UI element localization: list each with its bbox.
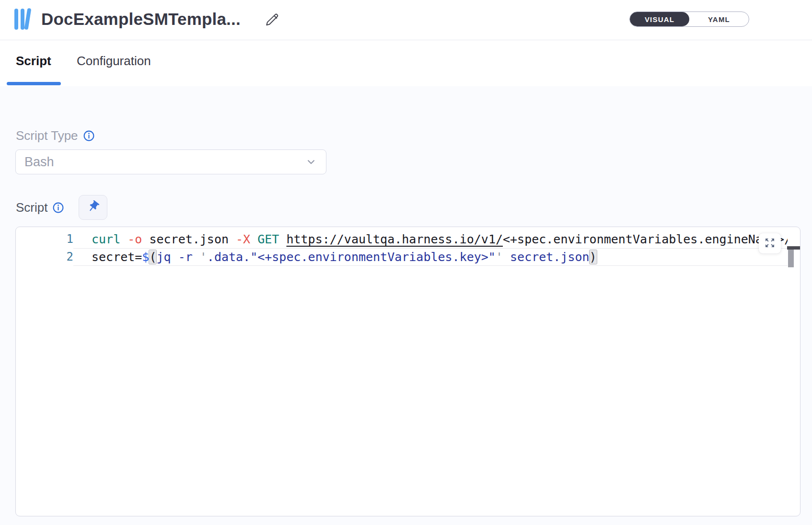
- pin-button[interactable]: [79, 195, 107, 220]
- script-field-label: Script: [16, 200, 64, 215]
- script-panel: Script Type Bash Script: [0, 86, 812, 525]
- script-label: Script: [16, 200, 47, 215]
- toggle-yaml[interactable]: YAML: [689, 12, 749, 26]
- code-line-content[interactable]: secret=$(jq -r '.data."<+spec.environmen…: [73, 248, 788, 266]
- line-number: 1: [16, 230, 73, 248]
- toggle-visual[interactable]: VISUAL: [630, 12, 689, 26]
- line-number: 2: [16, 248, 73, 266]
- template-library-icon: [14, 8, 36, 31]
- overview-ruler-cursor-mark: [787, 246, 800, 250]
- pencil-icon: [265, 22, 281, 29]
- code-line[interactable]: 1curl -o secret.json -X GET https://vaul…: [16, 230, 800, 248]
- info-icon[interactable]: [52, 202, 64, 214]
- script-type-select[interactable]: Bash: [15, 149, 326, 174]
- code-line-content[interactable]: curl -o secret.json -X GET https://vault…: [73, 230, 788, 248]
- visual-yaml-toggle: VISUAL YAML: [629, 11, 749, 27]
- header: DocExampleSMTempla... VISUAL YAML: [0, 0, 812, 40]
- pushpin-icon: [86, 200, 100, 216]
- script-type-value: Bash: [24, 155, 305, 170]
- tab-script[interactable]: Script: [16, 54, 51, 68]
- chevron-down-icon: [305, 156, 317, 168]
- script-editor[interactable]: 1curl -o secret.json -X GET https://vaul…: [15, 227, 800, 516]
- script-type-field-label: Script Type: [16, 128, 95, 143]
- code-line[interactable]: 2secret=$(jq -r '.data."<+spec.environme…: [16, 248, 800, 266]
- edit-title-button[interactable]: [263, 11, 282, 30]
- vertical-scrollbar-thumb[interactable]: [788, 250, 794, 267]
- expand-editor-button[interactable]: [759, 233, 781, 253]
- code-lines: 1curl -o secret.json -X GET https://vaul…: [16, 230, 800, 266]
- tab-bar: Script Configuration: [0, 40, 812, 86]
- tab-configuration[interactable]: Configuration: [77, 54, 151, 68]
- template-studio-page: DocExampleSMTempla... VISUAL YAML Script…: [0, 0, 812, 525]
- active-tab-underline: [7, 82, 61, 85]
- expand-icon: [764, 237, 776, 250]
- info-icon[interactable]: [83, 130, 95, 142]
- script-type-label: Script Type: [16, 128, 78, 143]
- page-title: DocExampleSMTempla...: [41, 10, 241, 29]
